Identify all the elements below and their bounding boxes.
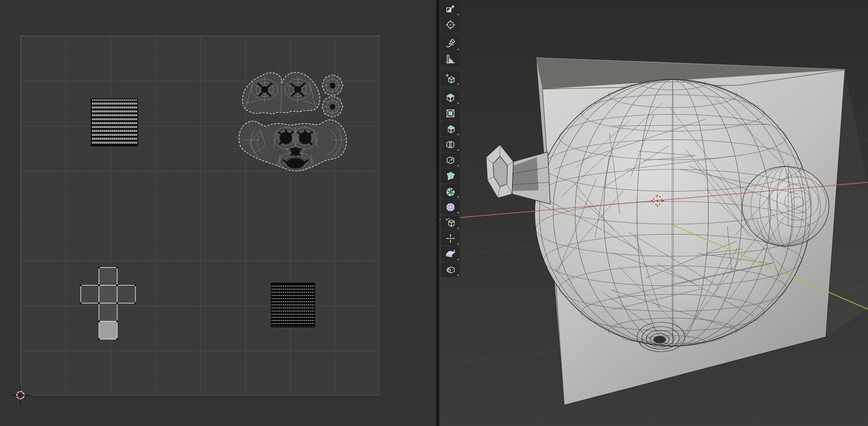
tool-poly-build-button[interactable]: [441, 168, 460, 183]
tool-cursor-button[interactable]: [441, 17, 460, 32]
tool-spin-button[interactable]: [441, 184, 460, 199]
tool-measure-button[interactable]: [441, 52, 460, 67]
tool-randomize-button[interactable]: [441, 215, 460, 230]
uv-island-dense-dots-bottom[interactable]: [271, 283, 315, 327]
tool-inset-faces-button[interactable]: [441, 106, 460, 121]
viewport-3d-scene: [439, 0, 868, 426]
tool-knife-button[interactable]: [441, 153, 460, 168]
tool-loop-cut-button[interactable]: [441, 137, 460, 152]
viewport-3d-panel[interactable]: [439, 0, 868, 426]
blender-window: [0, 0, 868, 426]
left-ear-mesh[interactable]: [486, 145, 550, 204]
uv-island-head-back[interactable]: [243, 73, 320, 114]
uv-islands-layer: [0, 0, 436, 426]
uv-island-dense-grid-top[interactable]: [91, 99, 138, 146]
tool-smooth-button[interactable]: [441, 200, 460, 215]
tool-add-cube-button[interactable]: [441, 71, 460, 86]
uv-island-face[interactable]: [239, 120, 347, 171]
viewport-toolbar: [441, 2, 460, 277]
tool-rip-region-button[interactable]: [441, 262, 460, 277]
uv-island-ears[interactable]: [322, 75, 343, 117]
tool-shear-button[interactable]: [441, 247, 460, 261]
tool-bevel-button[interactable]: [441, 122, 460, 136]
uv-editor-panel[interactable]: [0, 0, 436, 426]
tool-extrude-region-button[interactable]: [441, 90, 460, 105]
uv-island-cube-cross[interactable]: [80, 267, 136, 340]
uv-cursor-2d[interactable]: [11, 386, 30, 405]
tool-annotate-button[interactable]: [441, 36, 460, 51]
tool-shrink-fatten-button[interactable]: [441, 231, 460, 246]
tool-select-box-button[interactable]: [441, 2, 460, 17]
